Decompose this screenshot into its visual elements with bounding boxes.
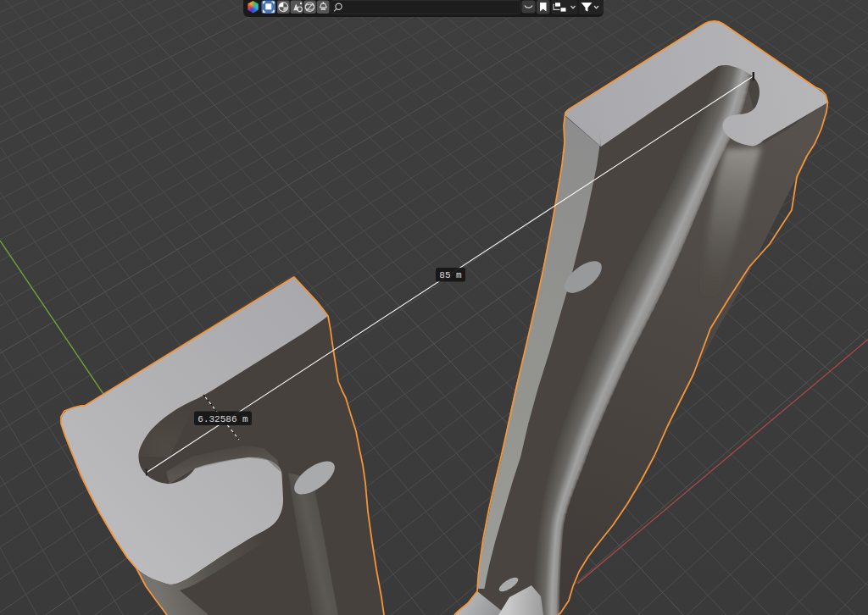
svg-text:85 m: 85 m [439, 270, 462, 280]
svg-text:6.32586 m: 6.32586 m [198, 414, 248, 424]
